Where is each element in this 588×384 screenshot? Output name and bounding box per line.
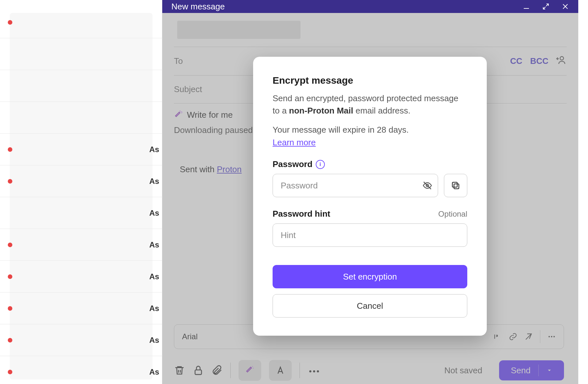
password-input[interactable] xyxy=(273,174,438,197)
list-item[interactable]: As xyxy=(0,197,162,229)
list-item[interactable] xyxy=(0,6,162,38)
list-item[interactable] xyxy=(0,102,162,134)
list-item-prefix: As xyxy=(149,367,159,377)
composer-header: New message xyxy=(162,0,578,13)
list-item-prefix: As xyxy=(149,209,159,218)
toggle-visibility-icon[interactable] xyxy=(423,181,432,190)
unread-dot-icon xyxy=(8,243,12,247)
password-label: Password xyxy=(273,159,312,169)
expand-icon[interactable] xyxy=(542,3,550,10)
svg-rect-15 xyxy=(454,184,459,189)
list-item-prefix: As xyxy=(149,177,159,186)
unread-dot-icon xyxy=(8,370,12,374)
modal-title: Encrypt message xyxy=(273,75,467,86)
unread-dot-icon xyxy=(8,179,12,184)
email-list-panel: As As As As As As As As xyxy=(0,0,162,384)
unread-dot-icon xyxy=(8,20,12,25)
encrypt-message-modal: Encrypt message Send an encrypted, passw… xyxy=(253,57,487,336)
list-item[interactable] xyxy=(0,70,162,102)
copy-button[interactable] xyxy=(444,174,467,197)
minimize-icon[interactable] xyxy=(522,3,530,10)
list-item[interactable]: As xyxy=(0,356,162,384)
modal-description: Send an encrypted, password protected me… xyxy=(273,92,467,117)
learn-more-link[interactable]: Learn more xyxy=(273,138,316,148)
list-item-prefix: As xyxy=(149,336,159,345)
list-item[interactable]: As xyxy=(0,229,162,261)
composer-title: New message xyxy=(171,2,522,12)
list-item[interactable]: As xyxy=(0,293,162,324)
info-icon[interactable]: i xyxy=(316,160,325,169)
list-item[interactable]: As xyxy=(0,134,162,165)
unread-dot-icon xyxy=(8,147,12,152)
unread-dot-icon xyxy=(8,306,12,311)
optional-tag: Optional xyxy=(438,210,467,219)
close-icon[interactable] xyxy=(561,3,569,10)
modal-expiry-text: Your message will expire in 28 days. xyxy=(273,124,467,136)
cancel-button[interactable]: Cancel xyxy=(273,294,467,318)
list-item[interactable]: As xyxy=(0,261,162,293)
svg-rect-16 xyxy=(452,182,457,187)
unread-dot-icon xyxy=(8,338,12,342)
list-item-prefix: As xyxy=(149,304,159,313)
hint-label: Password hint xyxy=(273,209,330,219)
list-item-prefix: As xyxy=(149,240,159,249)
list-item[interactable]: As xyxy=(0,165,162,197)
list-item[interactable]: As xyxy=(0,324,162,356)
list-item-prefix: As xyxy=(149,145,159,154)
hint-input[interactable] xyxy=(273,223,467,247)
set-encryption-button[interactable]: Set encryption xyxy=(273,265,467,288)
unread-dot-icon xyxy=(8,274,12,279)
list-item-prefix: As xyxy=(149,272,159,281)
list-item[interactable] xyxy=(0,38,162,70)
